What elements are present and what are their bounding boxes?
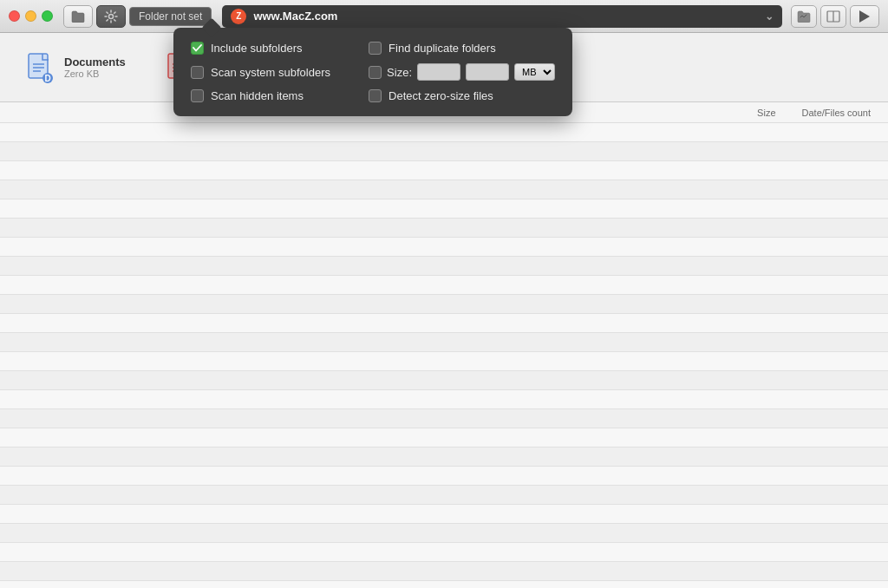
find-duplicate-folders-checkbox[interactable] (369, 42, 382, 55)
folder-not-set-label: Folder not set (129, 7, 212, 26)
url-text: www.MacZ.com (253, 10, 337, 23)
detect-zero-size-row: Detect zero-size files (369, 89, 555, 102)
table-row (0, 161, 888, 180)
svg-point-0 (109, 14, 114, 18)
table-row (0, 505, 888, 524)
table-row (0, 219, 888, 238)
table-row (0, 295, 888, 314)
play-button[interactable] (850, 5, 879, 28)
include-subfolders-label: Include subfolders (211, 42, 303, 55)
documents-label-group: Documents Zero KB (64, 56, 126, 79)
table-row (0, 581, 888, 588)
table-row (0, 199, 888, 219)
svg-marker-3 (859, 10, 870, 23)
settings-toolbar-button[interactable] (96, 5, 126, 28)
include-subfolders-row: Include subfolders (191, 42, 351, 55)
scan-system-subfolders-checkbox[interactable] (191, 66, 204, 79)
rows-area (0, 123, 888, 588)
scan-hidden-items-row: Scan hidden items (191, 89, 351, 102)
close-button[interactable] (9, 10, 20, 22)
table-row (0, 409, 888, 428)
traffic-lights (9, 10, 53, 22)
table-row (0, 562, 888, 581)
size-column-header: Size (757, 108, 775, 118)
size-min-input[interactable] (417, 63, 460, 81)
minimize-button[interactable] (25, 10, 36, 22)
table-row (0, 238, 888, 257)
detect-zero-size-checkbox[interactable] (369, 89, 382, 102)
documents-name: Documents (64, 56, 126, 69)
size-checkbox[interactable] (369, 66, 382, 79)
scan-system-subfolders-row: Scan system subfolders (191, 63, 351, 81)
table-row (0, 390, 888, 409)
documents-size: Zero KB (64, 69, 126, 79)
nav-folder-button[interactable] (791, 5, 817, 28)
svg-text:D: D (44, 74, 50, 83)
date-files-count-column-header: Date/Files count (802, 108, 871, 118)
url-bar[interactable]: Z www.MacZ.com ⌄ (222, 5, 782, 28)
folder-toolbar-button[interactable] (63, 5, 93, 28)
table-row (0, 142, 888, 161)
table-row (0, 352, 888, 371)
url-dropdown-arrow: ⌄ (765, 10, 774, 23)
settings-popup: Include subfolders Find duplicate folder… (173, 28, 572, 116)
document-icon: D (24, 52, 56, 83)
popup-options-grid: Include subfolders Find duplicate folder… (191, 42, 555, 102)
table-row (0, 543, 888, 562)
table-row (0, 314, 888, 333)
panel-button[interactable] (820, 5, 846, 28)
macz-logo: Z (231, 9, 246, 24)
find-duplicate-folders-row: Find duplicate folders (369, 42, 555, 55)
scan-hidden-items-checkbox[interactable] (191, 89, 204, 102)
size-label: Size: (387, 66, 412, 79)
table-row (0, 333, 888, 352)
scan-hidden-items-label: Scan hidden items (211, 89, 304, 102)
table-row (0, 276, 888, 295)
detect-zero-size-label: Detect zero-size files (388, 89, 493, 102)
table-row (0, 486, 888, 505)
size-unit-select[interactable]: MB KB GB (514, 63, 555, 81)
table-row (0, 467, 888, 486)
table-row (0, 257, 888, 276)
table-row (0, 371, 888, 390)
find-duplicate-folders-label: Find duplicate folders (388, 42, 496, 55)
category-documents[interactable]: D Documents Zero KB (14, 45, 136, 90)
table-row (0, 180, 888, 199)
table-row (0, 448, 888, 467)
maximize-button[interactable] (42, 10, 53, 22)
scan-system-subfolders-label: Scan system subfolders (211, 66, 330, 79)
size-max-input[interactable] (466, 63, 509, 81)
table-row (0, 123, 888, 142)
size-filter-row: Size: MB KB GB (369, 63, 555, 81)
include-subfolders-checkbox[interactable] (191, 42, 204, 55)
table-row (0, 428, 888, 448)
table-row (0, 524, 888, 543)
